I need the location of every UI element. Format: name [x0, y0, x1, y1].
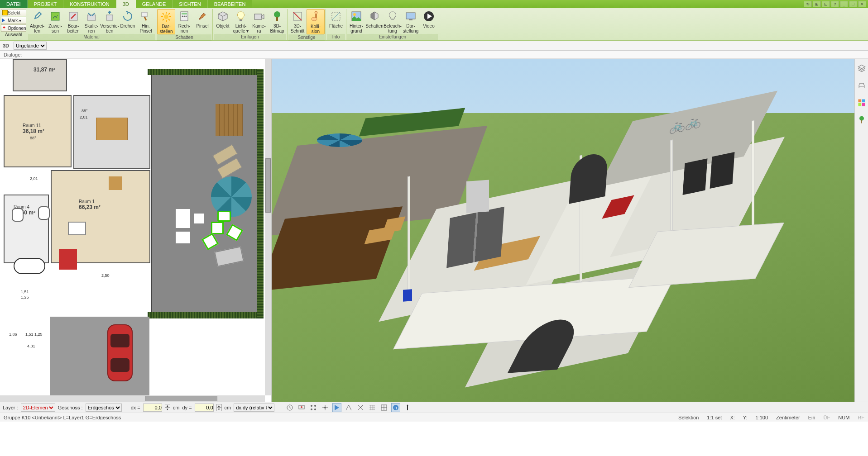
- info-mode-icon[interactable]: n: [391, 403, 400, 412]
- terrain-select[interactable]: Urgelände: [14, 42, 47, 50]
- window-3d: [683, 158, 708, 195]
- options-button[interactable]: Optionen: [1, 24, 26, 32]
- coord-mode-select[interactable]: dx,dy (relativ ka: [234, 404, 274, 412]
- ribbon-beleuch-button[interactable]: Beleuch-tung: [384, 9, 402, 34]
- ribbon-zuwei-button[interactable]: Zuwei-sen: [46, 9, 64, 34]
- disp-icon: [404, 10, 417, 23]
- menu-tab-projekt[interactable]: PROJEKT: [28, 0, 64, 8]
- ribbon-video-button[interactable]: Video: [420, 9, 438, 34]
- house-3d: 🚲🚲: [353, 114, 851, 375]
- vscroll-2d[interactable]: [265, 59, 271, 395]
- dining-set-2d: [96, 118, 128, 140]
- ribbon-licht-button[interactable]: Licht-quelle ▾: [232, 9, 250, 34]
- ribbon-bear-button[interactable]: Bear-beiten: [64, 9, 82, 34]
- snap-grid-icon[interactable]: [332, 403, 341, 412]
- ribbon-hin-button[interactable]: Hin.Pinsel: [137, 9, 155, 34]
- layer-select[interactable]: 2D-Elemen: [21, 404, 55, 412]
- ribbon-d-button[interactable]: 3D-Schnitt: [288, 9, 307, 34]
- tb-help-icon[interactable]: ?: [831, 1, 839, 7]
- materials-icon[interactable]: [857, 98, 867, 108]
- menu-tab-datei[interactable]: DATEI: [0, 0, 28, 8]
- snap-angle-icon[interactable]: [344, 403, 353, 412]
- close-button[interactable]: ×: [858, 1, 866, 7]
- clock-icon[interactable]: [285, 403, 294, 412]
- ribbon-toolbar: Abgrei-fenZuwei-senBear-beitenSkalie-ren…: [0, 8, 868, 41]
- grid-show-icon[interactable]: [368, 403, 377, 412]
- svg-rect-31: [862, 103, 865, 106]
- bin-3d: [403, 289, 412, 301]
- dx-label: dx =: [131, 405, 140, 410]
- light-icon: [386, 10, 399, 23]
- layers-icon[interactable]: [857, 63, 867, 73]
- status-scale-set: 1:1 set: [707, 415, 722, 420]
- ribbon-objekt-button[interactable]: Objekt: [214, 9, 232, 34]
- dialog-bar: Dialoge:: [0, 51, 868, 59]
- dy-input[interactable]: [195, 404, 214, 412]
- grid-snap-icon[interactable]: [379, 403, 388, 412]
- svg-point-13: [274, 11, 280, 18]
- room-2d[interactable]: Raum 426,60 m²: [4, 195, 49, 263]
- room-2d[interactable]: Raum 1136,18 m²: [4, 95, 72, 167]
- shad-icon: [368, 10, 381, 23]
- svg-point-5: [164, 14, 168, 19]
- maximize-button[interactable]: □: [849, 1, 857, 7]
- tb-grid-icon[interactable]: ⊞: [813, 1, 821, 7]
- rotate-icon: [121, 10, 134, 23]
- svg-point-40: [314, 408, 316, 410]
- ribbon-dar-button[interactable]: Dar-stellen: [157, 9, 175, 34]
- mark-mode-button[interactable]: Mark. ▾: [1, 17, 26, 24]
- floor-label: Geschoss :: [58, 405, 83, 410]
- svg-point-32: [859, 116, 864, 121]
- select-mode-button[interactable]: Selekt: [1, 9, 26, 16]
- ribbon-drehen-button[interactable]: Drehen: [119, 9, 137, 34]
- ribbon-skalie-button[interactable]: Skalie-ren: [82, 9, 101, 34]
- menu-tab-3d[interactable]: 3D: [116, 0, 136, 8]
- viewport-2d[interactable]: 31,87 m²Raum 1136,18 m²45,42 m²Raum 426,…: [0, 59, 272, 402]
- menu-tab-konstruktion[interactable]: KONSTRUKTION: [63, 0, 116, 8]
- furniture-icon[interactable]: [857, 81, 867, 90]
- coll-icon: [309, 10, 322, 23]
- dy-spinner[interactable]: ▲▼: [216, 404, 222, 411]
- table-2d: [217, 211, 231, 222]
- menu-tab-sichten[interactable]: SICHTEN: [173, 0, 207, 8]
- menu-tab-gelände[interactable]: GELÄNDE: [136, 0, 173, 8]
- ribbon-schatten-button[interactable]: Schatten: [365, 9, 384, 34]
- hscroll-2d[interactable]: [0, 395, 265, 402]
- svg-point-18: [315, 11, 317, 14]
- cursor-info-icon[interactable]: [403, 403, 412, 412]
- dx-input[interactable]: [143, 404, 162, 412]
- snap-mid-icon[interactable]: [321, 403, 330, 412]
- floor-select[interactable]: Erdgeschos: [86, 404, 122, 412]
- ribbon-kame-button[interactable]: Kame-ra: [250, 9, 268, 34]
- ribbon-rech-button[interactable]: Rech-nen: [175, 9, 193, 34]
- menu-tab-bearbeiten[interactable]: BEARBEITEN: [208, 0, 253, 8]
- ribbon-verschie-button[interactable]: Verschie-ben: [101, 9, 119, 34]
- arch-window-3d: [569, 151, 609, 204]
- ribbon-d-button[interactable]: 3D-Bitmap: [268, 9, 286, 34]
- tree-icon: [271, 10, 283, 23]
- viewport-3d[interactable]: 🚲🚲: [272, 59, 854, 402]
- ribbon-hinter-button[interactable]: Hinter-grund: [347, 9, 365, 34]
- brush-icon: [139, 10, 152, 23]
- tb-box-icon[interactable]: ⊡: [822, 1, 830, 7]
- dx-unit: cm: [173, 405, 180, 410]
- ribbon-abgrei-button[interactable]: Abgrei-fen: [28, 9, 46, 34]
- plants-icon[interactable]: [857, 115, 867, 125]
- svg-rect-29: [862, 100, 865, 103]
- svg-rect-2: [87, 15, 96, 20]
- ribbon-group-label: Einfügen: [214, 34, 286, 40]
- ribbon-pinsel-button[interactable]: Pinsel: [193, 9, 211, 34]
- snap-ortho-icon[interactable]: [356, 403, 365, 412]
- driveway: [50, 317, 149, 398]
- ribbon-group-material: Abgrei-fenZuwei-senBear-beitenSkalie-ren…: [27, 9, 156, 40]
- ribbon-flche-button[interactable]: Fläche: [327, 9, 345, 34]
- room-label: Raum 1136,18 m²: [23, 123, 44, 134]
- tb-sync-icon[interactable]: ⟲: [804, 1, 812, 7]
- room-2d[interactable]: 31,87 m²: [13, 59, 67, 91]
- dx-spinner[interactable]: ▲▼: [165, 404, 170, 411]
- minimize-button[interactable]: _: [840, 1, 848, 7]
- screen-icon[interactable]: [297, 403, 306, 412]
- snap-point-icon[interactable]: [309, 403, 318, 412]
- ribbon-kolli-button[interactable]: Kolli-sion: [307, 9, 325, 34]
- ribbon-dar-button[interactable]: Dar-stellung: [402, 9, 420, 34]
